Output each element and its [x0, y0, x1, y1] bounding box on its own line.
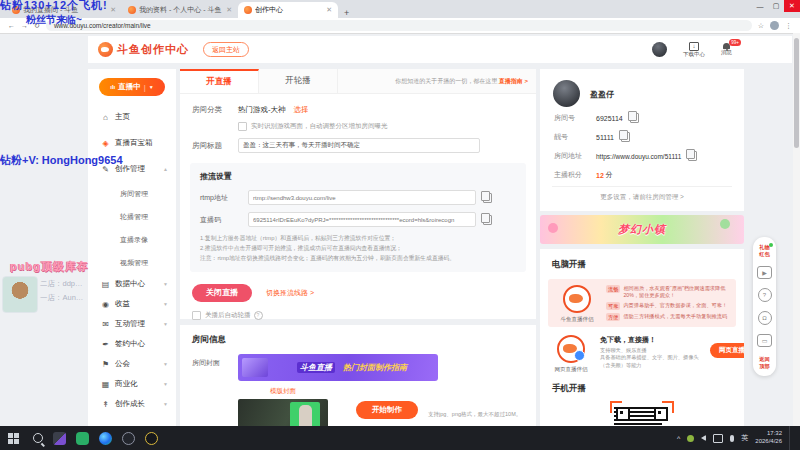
browser-profile-avatar[interactable]: [770, 21, 779, 30]
windows-start-button[interactable]: [8, 433, 19, 444]
back-icon[interactable]: ←: [8, 22, 15, 29]
gift-redpacket-entry[interactable]: 礼物红包: [759, 244, 771, 257]
cover-guide-banner[interactable]: 斗鱼直播 热门封面制作指南: [238, 354, 438, 381]
browser-tab-2[interactable]: 我的资料 - 个人中心 - 斗鱼 ✕: [122, 2, 238, 18]
copy-icon[interactable]: [630, 113, 639, 123]
start-create-button[interactable]: 开始制作: [356, 401, 418, 419]
url-input[interactable]: www.douyu.com/creator/main/live: [46, 20, 752, 31]
download-center[interactable]: ↓ 下载中心: [683, 42, 705, 58]
category-select-link[interactable]: 选择: [294, 105, 309, 115]
tab-title: 我的资料 - 个人中心 - 斗鱼: [139, 5, 223, 15]
rtmp-input[interactable]: [248, 190, 476, 205]
taskbar-app-wechat-icon[interactable]: [76, 432, 89, 445]
tray-expand-icon[interactable]: ^: [677, 435, 680, 442]
player-icon[interactable]: ▶: [757, 266, 772, 279]
input-language-indicator[interactable]: 英: [741, 433, 748, 443]
scrollbar-thumb[interactable]: [794, 38, 799, 148]
monitor-icon[interactable]: [713, 434, 723, 443]
sidebar-subitem-video-manage[interactable]: 视频管理: [88, 251, 176, 274]
user-avatar[interactable]: [652, 42, 667, 57]
web-live-button[interactable]: 网页直播: [710, 343, 744, 358]
taskbar-search-icon[interactable]: [33, 433, 43, 443]
qr-code: [610, 401, 674, 426]
live-status-button[interactable]: ılı 直播中 | ▼: [99, 78, 165, 96]
customer-service-icon[interactable]: Ω: [758, 311, 772, 325]
back-to-top[interactable]: 返回顶部: [759, 356, 771, 369]
revenue-icon: ◉: [101, 300, 110, 309]
sidebar-item-data-center[interactable]: ▤ 数据中心 ▼: [88, 274, 176, 294]
tab-start-live[interactable]: 开直播: [180, 69, 259, 93]
messages[interactable]: 消息 99+: [721, 43, 732, 56]
forward-icon[interactable]: →: [21, 22, 28, 29]
scrollbar-track[interactable]: [793, 33, 800, 426]
copy-icon[interactable]: [688, 151, 697, 161]
auto-carousel-checkbox[interactable]: [192, 311, 201, 320]
streamer-avatar[interactable]: [553, 80, 580, 107]
live-guide-link[interactable]: 直播指南 >: [499, 78, 528, 84]
sidebar-subitem-room-manage[interactable]: 房间管理: [88, 182, 176, 205]
microphone-icon[interactable]: [730, 435, 734, 442]
sidebar-item-creation-manage[interactable]: ✎ 创作管理 ▲: [88, 156, 176, 182]
tab-close-icon[interactable]: ✕: [226, 6, 232, 14]
minimize-button[interactable]: —: [752, 0, 768, 12]
back-to-main-button[interactable]: 返回主站: [203, 42, 249, 57]
taskbar-app-browser-icon[interactable]: [99, 432, 112, 445]
tab-start-carousel[interactable]: 开轮播: [259, 69, 338, 93]
score-label: 主播积分: [554, 170, 596, 180]
browser-tab-3-active[interactable]: 创作中心 ✕: [238, 2, 338, 18]
push-note-2: 2.推流软件中点击开播即可开始推流，推流成功后可在直播间内查看直播情况；: [200, 244, 516, 254]
download-label: 下载中心: [683, 51, 705, 58]
info-icon[interactable]: ?: [254, 311, 263, 320]
sidebar-item-growth[interactable]: ↟ 创作成长 ▼: [88, 394, 176, 414]
stop-live-button[interactable]: 关闭直播: [192, 284, 252, 302]
auto-detect-checkbox[interactable]: [238, 122, 247, 131]
companion-panel[interactable]: 斗鱼直播伴侣 流畅 相同画质，水友观看“原画”档位网速需求降低20%，留住更多观…: [548, 279, 736, 327]
feature-tag: 流畅: [606, 285, 620, 293]
browser-tab-1[interactable]: 我的直播间 - 斗鱼 ✕: [6, 2, 122, 18]
taskbar-app-icon-1[interactable]: [53, 432, 66, 445]
feature-row: 方便 借助三方转播模式，无需每天手动复制推流码: [606, 313, 730, 321]
rtmp-row: rtmp地址: [200, 190, 516, 205]
taskbar-app-obs-icon[interactable]: [122, 432, 135, 445]
sidebar-item-sign-center[interactable]: ✒ 签约中心: [88, 334, 176, 354]
show-desktop-button[interactable]: [789, 426, 794, 450]
tab-close-icon[interactable]: ✕: [110, 6, 116, 14]
reload-icon[interactable]: ↻: [34, 22, 40, 30]
stream-code-label: 直播码: [200, 215, 248, 225]
close-button[interactable]: ✕: [784, 0, 800, 12]
speaker-icon[interactable]: [701, 435, 706, 441]
overlay-avatar-image: [2, 276, 38, 313]
switch-line-link[interactable]: 切换推流线路 >: [266, 288, 314, 298]
sidebar-label: 互动管理: [115, 319, 145, 329]
pc-client-icon[interactable]: ▭: [757, 334, 772, 347]
promo-banner[interactable]: 梦幻小镇: [540, 215, 744, 244]
sidebar-item-business[interactable]: ▦ 商业化 ▼: [88, 374, 176, 394]
bookmark-star-icon[interactable]: ☆: [758, 22, 764, 30]
sidebar-item-home[interactable]: ⌂ 主页: [88, 104, 176, 130]
download-icon: ↓: [689, 42, 699, 51]
browser-menu-icon[interactable]: ⋮: [785, 22, 792, 30]
new-tab-button[interactable]: +: [344, 8, 349, 18]
more-settings-link[interactable]: 更多设置，请前往房间管理 >: [540, 193, 744, 202]
tab-close-icon[interactable]: ✕: [326, 6, 332, 14]
room-title-input[interactable]: [238, 138, 480, 153]
template-cover-image: [238, 399, 328, 426]
help-icon[interactable]: ?: [758, 288, 772, 302]
taskbar-clock[interactable]: 17:32 2026/4/26: [755, 430, 782, 446]
sidebar-item-guild[interactable]: ⚑ 公会 ▼: [88, 354, 176, 374]
copy-icon[interactable]: [621, 132, 630, 142]
tray-status-icon[interactable]: [687, 435, 694, 442]
sidebar-item-interaction[interactable]: ✉ 互动管理 ▼: [88, 314, 176, 334]
browser-address-bar: ← → ↻ www.douyu.com/creator/main/live ☆ …: [0, 18, 800, 34]
sidebar-subitem-live-record[interactable]: 直播录像: [88, 228, 176, 251]
taskbar-app-icon-2[interactable]: [145, 432, 158, 445]
sidebar-sublabel: 视频管理: [120, 258, 148, 268]
maximize-button[interactable]: ▢: [768, 0, 784, 12]
copy-icon[interactable]: [483, 215, 492, 225]
sidebar-item-toolbox[interactable]: ◈ 直播百宝箱: [88, 130, 176, 156]
chevron-down-icon[interactable]: ▼: [149, 84, 154, 90]
sidebar-item-revenue[interactable]: ◉ 收益 ▼: [88, 294, 176, 314]
stream-code-input[interactable]: [248, 212, 476, 227]
copy-icon[interactable]: [483, 193, 492, 203]
sidebar-subitem-carousel-manage[interactable]: 轮播管理: [88, 205, 176, 228]
